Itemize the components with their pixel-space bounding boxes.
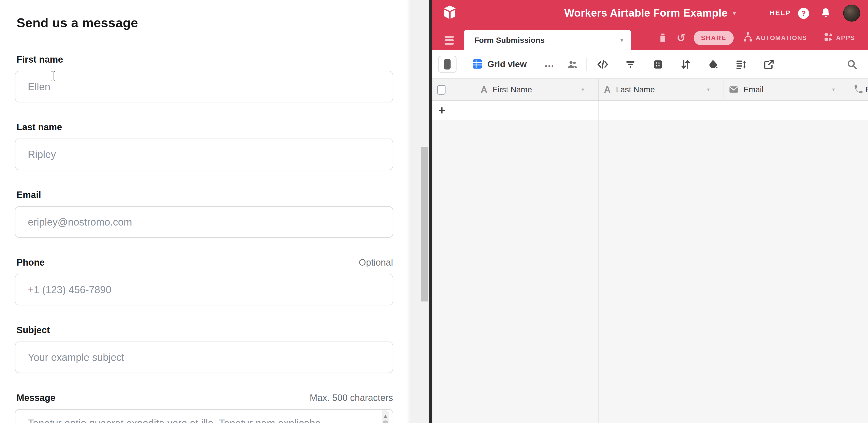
grid-column-line — [598, 100, 599, 423]
automations-button[interactable]: AUTOMATIONS — [742, 26, 807, 50]
color-icon[interactable] — [708, 50, 719, 79]
add-row[interactable]: + — [432, 100, 868, 120]
page-scrollbar-thumb[interactable] — [421, 147, 428, 301]
column-caret-icon[interactable]: ▾ — [707, 79, 710, 100]
message-max-hint: Max. 500 characters — [310, 393, 393, 403]
sort-icon[interactable] — [680, 50, 691, 79]
help-button[interactable]: HELP — [770, 0, 791, 26]
view-toolbar: Grid view … — [432, 50, 868, 79]
hide-fields-icon[interactable] — [597, 50, 609, 79]
notifications-bell-icon[interactable] — [820, 7, 831, 20]
first-name-label: First name — [17, 54, 63, 65]
textarea-scrollbar[interactable]: ▲ — [382, 410, 389, 423]
screen: Send us a message First name Last name E… — [0, 0, 868, 423]
view-switcher[interactable]: Grid view — [472, 50, 527, 79]
trash-icon[interactable] — [658, 26, 668, 50]
search-icon[interactable] — [846, 50, 858, 79]
window-edge — [429, 0, 432, 423]
view-options-ellipsis[interactable]: … — [544, 50, 555, 77]
subject-label: Subject — [17, 325, 50, 335]
view-name: Grid view — [487, 59, 527, 69]
airtable-topbar: Workers Airtable Form Example ▾ HELP ? — [432, 0, 868, 26]
column-caret-icon[interactable]: ▾ — [832, 79, 835, 100]
sidebar-toggle-button[interactable] — [438, 56, 457, 73]
column-email[interactable]: Email — [743, 79, 764, 100]
column-divider[interactable] — [723, 79, 724, 100]
last-name-input[interactable] — [15, 139, 393, 170]
email-field-type-icon — [728, 79, 739, 100]
page-title: Send us a message — [17, 15, 138, 30]
add-row-plus-icon[interactable]: + — [438, 100, 445, 120]
column-last-name[interactable]: Last Name — [616, 79, 655, 100]
group-icon[interactable] — [652, 50, 664, 79]
phone-optional-hint: Optional — [359, 257, 393, 268]
last-name-label: Last name — [17, 122, 62, 132]
apps-icon — [823, 32, 834, 44]
automations-icon — [742, 32, 753, 44]
message-label: Message — [17, 393, 55, 403]
column-caret-icon[interactable]: ▾ — [582, 79, 584, 100]
share-button[interactable]: SHARE — [694, 31, 734, 45]
column-divider[interactable] — [598, 79, 599, 100]
column-divider[interactable] — [849, 79, 849, 100]
email-input[interactable] — [15, 206, 393, 238]
apps-label: APPS — [836, 34, 855, 42]
row-height-icon[interactable] — [735, 50, 747, 79]
column-phone-truncated[interactable]: P — [865, 79, 868, 100]
airtable-pane: Workers Airtable Form Example ▾ HELP ? F… — [432, 0, 868, 423]
history-icon[interactable]: ↺ — [677, 26, 686, 50]
grid-view-icon — [472, 58, 483, 70]
filter-icon[interactable] — [625, 50, 636, 79]
user-avatar[interactable] — [843, 5, 860, 22]
phone-input[interactable] — [15, 274, 393, 305]
collaborators-icon[interactable] — [567, 50, 578, 79]
table-menu-icon[interactable] — [444, 36, 454, 46]
apps-button[interactable]: APPS — [823, 26, 855, 50]
base-title[interactable]: Workers Airtable Form Example — [564, 7, 728, 19]
text-cursor-icon — [50, 71, 56, 82]
subject-input[interactable] — [15, 341, 393, 373]
phone-label: Phone — [17, 257, 44, 268]
toolbar-divider — [587, 58, 587, 71]
text-field-type-icon: A — [604, 79, 611, 100]
textarea-scroll-thumb[interactable] — [383, 420, 388, 423]
message-text: Tenetur optio quaerat expedita vero et i… — [28, 417, 368, 423]
first-name-input[interactable] — [15, 71, 393, 102]
help-question-icon[interactable]: ? — [798, 8, 809, 19]
message-textarea[interactable]: Tenetur optio quaerat expedita vero et i… — [15, 409, 393, 423]
share-view-icon[interactable] — [763, 50, 775, 79]
scroll-up-arrow-icon[interactable]: ▲ — [382, 413, 389, 419]
tab-label: Form Submissions — [474, 36, 620, 44]
grid-header-row: A First Name ▾ A Last Name ▾ Email ▾ — [432, 79, 868, 100]
contact-form-pane: Send us a message First name Last name E… — [0, 0, 410, 423]
phone-field-type-icon — [853, 79, 863, 100]
page-gutter — [410, 0, 429, 423]
airtable-tabbar: Form Submissions ▾ ↺ SHARE — [432, 26, 868, 50]
tab-form-submissions[interactable]: Form Submissions ▾ — [464, 30, 631, 50]
select-all-checkbox[interactable] — [437, 85, 445, 95]
base-title-caret-icon[interactable]: ▾ — [733, 9, 736, 17]
column-first-name[interactable]: First Name — [493, 79, 532, 100]
email-label: Email — [17, 190, 41, 200]
tab-caret-icon: ▾ — [620, 37, 623, 43]
automations-label: AUTOMATIONS — [756, 34, 807, 42]
text-field-type-icon: A — [481, 79, 487, 100]
